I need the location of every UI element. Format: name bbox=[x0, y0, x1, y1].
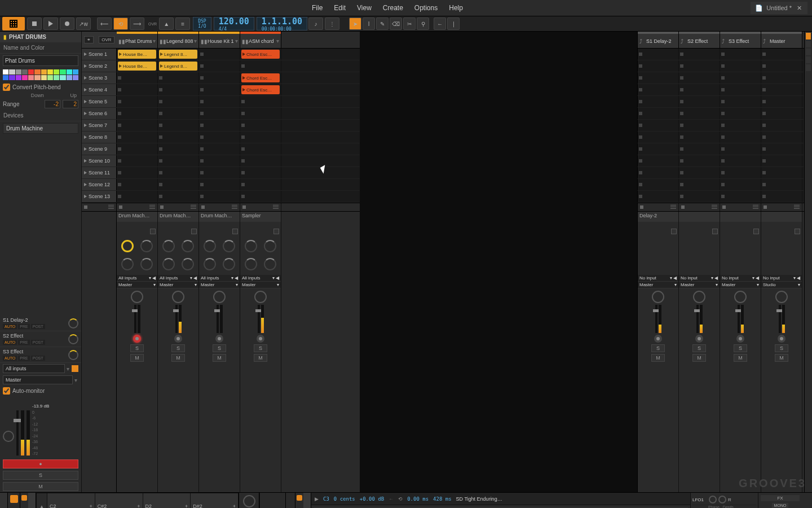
volume-fader[interactable] bbox=[738, 305, 740, 333]
scene-list-icon[interactable] bbox=[108, 205, 114, 209]
fx-clip-slot[interactable] bbox=[720, 132, 761, 143]
track-input-sel[interactable]: All inputs▾ ◀ bbox=[117, 275, 157, 282]
add-after-sampler-button[interactable]: + bbox=[802, 493, 812, 508]
clip-slot[interactable] bbox=[117, 84, 158, 95]
send-knob[interactable] bbox=[68, 334, 78, 344]
clip-stop-icon[interactable] bbox=[118, 147, 121, 151]
scene-launch[interactable]: Scene 13 bbox=[82, 191, 117, 202]
clip-stop-icon[interactable] bbox=[118, 124, 121, 127]
send-pre[interactable]: PRE bbox=[18, 340, 29, 345]
send-pre[interactable]: PRE bbox=[18, 356, 29, 361]
fx-clip-slot[interactable] bbox=[720, 155, 761, 167]
clip-launcher-toggle[interactable] bbox=[2, 17, 25, 30]
clip-slot[interactable] bbox=[117, 96, 158, 107]
track-input-sel[interactable]: No input▾ ◀ bbox=[638, 275, 678, 282]
fx-clip-slot[interactable] bbox=[761, 60, 802, 72]
range-down-value[interactable]: -2 bbox=[45, 100, 60, 108]
color-swatch[interactable] bbox=[28, 69, 34, 75]
color-swatches[interactable] bbox=[0, 68, 81, 82]
fx-clip-slot[interactable] bbox=[761, 120, 802, 131]
expand-icon[interactable] bbox=[795, 229, 800, 234]
drum-machine-header[interactable]: DRUM MACHINE bbox=[28, 493, 36, 508]
color-swatch[interactable] bbox=[16, 75, 21, 80]
fx-clip-slot[interactable] bbox=[638, 108, 679, 119]
mute-button[interactable]: M bbox=[651, 354, 665, 362]
device-label[interactable]: Sampler bbox=[240, 212, 281, 222]
fx-clip-slot[interactable] bbox=[679, 155, 720, 167]
add-sample-icon[interactable]: + bbox=[185, 503, 188, 508]
sampler-end[interactable]: 428 ms bbox=[433, 496, 452, 502]
clip-stop-icon[interactable] bbox=[159, 183, 162, 186]
track-output-sel[interactable]: Studio▾ bbox=[761, 282, 802, 288]
volume-fader[interactable] bbox=[696, 305, 699, 333]
scene-launch[interactable]: Scene 3 bbox=[82, 72, 117, 84]
scene-launch[interactable]: Scene 12 bbox=[82, 179, 117, 190]
color-swatch[interactable] bbox=[73, 69, 78, 75]
color-swatch[interactable] bbox=[3, 75, 8, 80]
clip-slot[interactable] bbox=[117, 108, 158, 119]
fx-clip-slot[interactable] bbox=[638, 155, 679, 167]
send-post[interactable]: POST bbox=[31, 324, 45, 329]
fx-device-label[interactable] bbox=[761, 212, 802, 222]
loop-button[interactable]: ⟲ bbox=[113, 17, 128, 30]
fx-clip-slot[interactable] bbox=[679, 96, 720, 107]
clip-stop-icon[interactable] bbox=[118, 100, 121, 103]
clip-stop-icon[interactable] bbox=[200, 64, 204, 68]
clip-slot[interactable] bbox=[199, 120, 240, 131]
clip-stop-icon[interactable] bbox=[241, 64, 245, 68]
fx-track-header[interactable]: ⤴S2 Effect bbox=[679, 32, 720, 48]
mute-button[interactable]: M bbox=[3, 482, 78, 491]
scene-launch[interactable]: Scene 4 bbox=[82, 84, 117, 95]
fx-clip-slot[interactable] bbox=[679, 84, 720, 95]
send-knob[interactable] bbox=[121, 240, 134, 252]
track-stop[interactable] bbox=[679, 203, 720, 211]
clip-slot[interactable] bbox=[240, 132, 281, 143]
clip-stop-icon[interactable] bbox=[118, 183, 121, 186]
clip-slot[interactable] bbox=[117, 143, 158, 155]
device-slot[interactable]: Drum Machine bbox=[3, 123, 78, 134]
groove-button[interactable]: ≡ bbox=[175, 17, 190, 30]
post-roll-button[interactable]: ⟶ bbox=[130, 17, 144, 30]
clip-slot[interactable] bbox=[240, 179, 281, 190]
arm-button[interactable] bbox=[695, 335, 703, 343]
fx-clip-slot[interactable] bbox=[679, 120, 720, 131]
clip-stop-icon[interactable] bbox=[159, 159, 162, 163]
fx-device-label[interactable] bbox=[720, 212, 761, 222]
clip-slot[interactable] bbox=[240, 60, 281, 72]
automation-write-button[interactable]: ↗w bbox=[76, 17, 91, 30]
solo-button[interactable]: S bbox=[734, 344, 747, 352]
clip-stop-icon[interactable] bbox=[118, 135, 121, 139]
track-stop[interactable] bbox=[638, 203, 679, 211]
color-swatch[interactable] bbox=[54, 75, 59, 80]
pan-knob[interactable] bbox=[652, 291, 664, 303]
send-pre[interactable]: PRE bbox=[18, 324, 29, 329]
fx-clip-slot[interactable] bbox=[720, 143, 761, 155]
clip-stop-icon[interactable] bbox=[241, 195, 245, 198]
clip-stop-icon[interactable] bbox=[118, 112, 121, 115]
clip-slot[interactable]: Legend 8… bbox=[158, 49, 199, 60]
solo-button[interactable]: S bbox=[254, 344, 267, 352]
track-menu-icon[interactable]: ▾ bbox=[153, 38, 156, 44]
color-swatch[interactable] bbox=[67, 69, 72, 75]
clip-stop-icon[interactable] bbox=[241, 171, 245, 174]
volume-fader[interactable] bbox=[779, 305, 781, 333]
track-output-sel[interactable]: Master▾ bbox=[199, 282, 240, 288]
track-output-sel[interactable]: Master▾ bbox=[679, 282, 720, 288]
clip-stop-icon[interactable] bbox=[159, 195, 162, 198]
expand-icon[interactable] bbox=[712, 229, 718, 234]
clip-slot[interactable] bbox=[158, 108, 199, 119]
fx-clip-slot[interactable] bbox=[679, 143, 720, 155]
track-header[interactable]: ▮▮Legend 808 …▾ bbox=[158, 32, 199, 48]
fx-clip-slot[interactable] bbox=[761, 72, 802, 84]
clip-slot[interactable] bbox=[117, 167, 158, 178]
send-auto[interactable]: AUTO bbox=[3, 324, 17, 329]
clip-slot[interactable]: Chord Esc… bbox=[240, 72, 281, 84]
clip-stop-icon[interactable] bbox=[118, 171, 121, 174]
color-swatch[interactable] bbox=[34, 75, 40, 80]
track-output-sel[interactable]: Master▾ bbox=[240, 282, 281, 288]
color-swatch[interactable] bbox=[60, 75, 65, 80]
send-auto[interactable]: AUTO bbox=[3, 340, 17, 345]
clip-slot[interactable] bbox=[117, 179, 158, 190]
volume-fader[interactable] bbox=[175, 305, 178, 333]
pan-knob[interactable] bbox=[775, 291, 788, 303]
